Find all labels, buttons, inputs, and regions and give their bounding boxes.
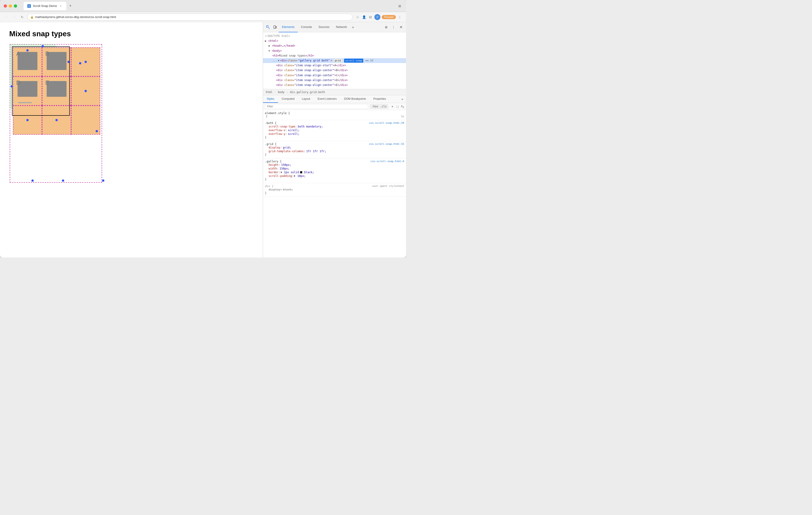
text-size-icon[interactable]: AA bbox=[401, 105, 404, 109]
sub-tab-layout[interactable]: Layout bbox=[298, 95, 314, 103]
grid-item-f bbox=[71, 77, 100, 106]
extensions-icon[interactable]: ⊞ bbox=[397, 3, 402, 8]
hov-cls-button[interactable]: :hov .cls bbox=[370, 104, 388, 109]
layout-icon-button[interactable]: ⬚ bbox=[397, 105, 398, 108]
add-style-button[interactable]: + bbox=[390, 104, 395, 109]
url-text: mathiasbynens.github.io/css-dbg-stories/… bbox=[35, 15, 116, 19]
devtools-close-button[interactable]: ✕ bbox=[398, 24, 404, 30]
style-block-both: .both { css-scroll-snap.html:29 scroll-s… bbox=[263, 120, 406, 141]
dom-line-div-e[interactable]: <div class="item snap-align-center">E</d… bbox=[263, 83, 406, 88]
address-actions: ☆ 👤 ⊟ P Paused ⋮ bbox=[355, 14, 402, 20]
tab-console[interactable]: Console bbox=[298, 22, 315, 32]
new-tab-button[interactable]: + bbox=[67, 3, 74, 9]
dom-line-div-c[interactable]: <div class="item snap-align-center">C</d… bbox=[263, 73, 406, 78]
style-prop-height: height: 150px; bbox=[265, 163, 404, 167]
device-toolbar-button[interactable] bbox=[272, 24, 278, 30]
more-menu-icon[interactable]: ⋮ bbox=[397, 15, 402, 20]
address-bar: ← → ↻ 🔒 mathiasbynens.github.io/css-dbg-… bbox=[0, 12, 406, 22]
breadcrumb-html[interactable]: html bbox=[265, 90, 273, 94]
sub-tab-properties[interactable]: Properties bbox=[370, 95, 390, 103]
style-source-both[interactable]: css-scroll-snap.html:29 bbox=[369, 121, 404, 125]
tab-area: S Scroll Snap Demo × + bbox=[24, 2, 395, 10]
black-frame bbox=[12, 47, 70, 116]
devtools-toolbar: Elements Console Sources Network » ⚙ ⋮ ✕ bbox=[263, 22, 406, 32]
badge-grid: grid bbox=[334, 59, 342, 63]
forward-button[interactable]: → bbox=[11, 14, 17, 20]
style-selector-both: .both { bbox=[265, 121, 277, 125]
snap-dot-f bbox=[85, 90, 87, 92]
title-bar: S Scroll Snap Demo × + ⊞ bbox=[0, 0, 406, 12]
browser-tab[interactable]: S Scroll Snap Demo × bbox=[24, 2, 66, 10]
svg-rect-3 bbox=[276, 26, 277, 28]
breadcrumb-bar: html › body › div.gallery.grid.both bbox=[263, 89, 406, 95]
dom-line-div-d[interactable]: <div class="item snap-align-center">D</d… bbox=[263, 78, 406, 83]
tab-network[interactable]: Network bbox=[333, 22, 350, 32]
breadcrumb-div[interactable]: div.gallery.grid.both bbox=[289, 90, 326, 94]
dom-line-div-a[interactable]: <div class="item snap-align-start">A</di… bbox=[263, 63, 406, 68]
tab-sources[interactable]: Sources bbox=[315, 22, 333, 32]
sub-tabs: Styles Computed Layout Event Listeners D… bbox=[263, 95, 406, 103]
reload-button[interactable]: ↻ bbox=[20, 14, 25, 20]
inspect-element-button[interactable] bbox=[265, 24, 271, 30]
style-prop-overflow-y: overflow-y: scroll; bbox=[265, 132, 404, 136]
minimize-window-button[interactable] bbox=[9, 4, 12, 8]
dom-line-html[interactable]: ▶ <html> bbox=[263, 38, 406, 44]
dom-line-head[interactable]: ▶ <head>…</head> bbox=[263, 44, 406, 48]
style-block-gallery: .gallery { css-scroll-snap.html:4 height… bbox=[263, 159, 406, 183]
sub-tab-event-listeners[interactable]: Event Listeners bbox=[314, 95, 340, 103]
styles-panel: :hov .cls + ⬚ AA element.style { } AA bbox=[263, 103, 406, 258]
window-controls-right: ⊞ bbox=[397, 3, 402, 8]
sub-tab-computed[interactable]: Computed bbox=[278, 95, 298, 103]
paused-badge[interactable]: Paused bbox=[382, 15, 396, 19]
profile-icon[interactable]: 👤 bbox=[361, 15, 367, 20]
grid-item-c bbox=[71, 47, 100, 77]
maximize-window-button[interactable] bbox=[14, 4, 17, 8]
snap-dot-i bbox=[96, 130, 98, 132]
tab-close-button[interactable]: × bbox=[59, 4, 63, 8]
sub-tab-more-button[interactable]: » bbox=[399, 95, 406, 103]
font-size-toggle[interactable]: AA bbox=[401, 115, 404, 118]
style-prop-scroll-snap-type: scroll-snap-type: both mandatory; bbox=[265, 125, 404, 128]
grid-item-i bbox=[71, 106, 100, 135]
devtools-more-button[interactable]: ⋮ bbox=[390, 24, 397, 30]
style-prop-display: display: grid; bbox=[265, 146, 404, 149]
url-bar[interactable]: 🔒 mathiasbynens.github.io/css-dbg-storie… bbox=[27, 13, 353, 21]
style-source-gallery[interactable]: css-scroll-snap.html:4 bbox=[371, 160, 404, 163]
extensions-menu-icon[interactable]: ⊟ bbox=[368, 15, 373, 20]
dom-line-body[interactable]: ▶ <body> bbox=[263, 49, 406, 53]
lock-icon: 🔒 bbox=[30, 16, 34, 19]
sub-tab-dom-breakpoints[interactable]: DOM Breakpoints bbox=[340, 95, 370, 103]
tab-elements[interactable]: Elements bbox=[279, 22, 298, 32]
breadcrumb-body[interactable]: body bbox=[277, 90, 285, 94]
more-tabs-button[interactable]: » bbox=[350, 25, 356, 30]
style-prop-border: border: 1px solid black; bbox=[265, 170, 404, 174]
style-prop-overflow-x: overflow-x: scroll; bbox=[265, 128, 404, 132]
dom-line-h3[interactable]: <h3>Mixed snap types</h3> bbox=[263, 53, 406, 58]
snap-dot-c bbox=[85, 61, 87, 63]
scroll-padding-expand-icon bbox=[294, 175, 295, 177]
dom-line-div-b[interactable]: <div class="item snap-align-center">B</d… bbox=[263, 68, 406, 73]
scroll-indicator-bottom2 bbox=[62, 179, 64, 182]
style-source-grid[interactable]: css-scroll-snap.html:15 bbox=[369, 142, 404, 146]
style-prop-scroll-padding: scroll-padding: 10px; bbox=[265, 174, 404, 178]
tab-favicon: S bbox=[27, 4, 31, 8]
profile-button[interactable]: P bbox=[374, 14, 380, 20]
svg-rect-0 bbox=[266, 26, 268, 27]
ua-source-label: user agent stylesheet bbox=[372, 184, 404, 188]
close-window-button[interactable] bbox=[4, 4, 7, 8]
devtools-settings-button[interactable]: ⚙ bbox=[383, 24, 389, 30]
color-swatch-black[interactable] bbox=[300, 171, 302, 173]
bookmark-icon[interactable]: ☆ bbox=[355, 15, 360, 20]
dom-line-div-selected[interactable]: ... ▶ <div class= "gallery grid both" > … bbox=[263, 58, 406, 63]
tab-title: Scroll Snap Demo bbox=[33, 4, 57, 8]
back-button[interactable]: ← bbox=[4, 14, 9, 20]
devtools-tabs: Elements Console Sources Network » bbox=[279, 22, 382, 32]
scroll-indicator-top bbox=[41, 45, 44, 47]
style-selector-div-ua: div { bbox=[265, 184, 273, 188]
border-expand-icon bbox=[281, 171, 282, 173]
styles-filter-input[interactable] bbox=[265, 104, 368, 109]
scroll-indicator-right1 bbox=[79, 62, 81, 64]
sub-tab-styles[interactable]: Styles bbox=[263, 95, 278, 103]
devtools-panel: Elements Console Sources Network » ⚙ ⋮ ✕… bbox=[263, 22, 406, 258]
dom-line-doctype[interactable]: <!DOCTYPE html> bbox=[263, 34, 406, 38]
